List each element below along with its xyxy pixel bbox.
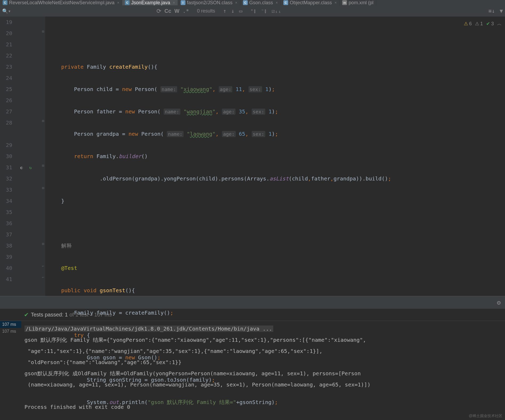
inspection-badges[interactable]: ⚠6 ⚠1 ✔3 ︿	[464, 18, 502, 29]
tab-label: Gson.class	[249, 0, 273, 5]
code-line: OldFamily oldFamily = gson.fromJson(gson…	[61, 419, 505, 420]
code-line: Gson gson = new Gson();	[61, 352, 505, 363]
tab-file-4[interactable]: C ObjectMapper.class ×	[281, 0, 340, 5]
watermark: @稀土掘金技术社区	[469, 414, 502, 418]
code-line: @Test	[61, 262, 505, 274]
tab-label: JsonExample.java	[131, 0, 170, 5]
fold-end-icon[interactable]: ⌐	[42, 275, 44, 279]
close-icon[interactable]: ×	[235, 1, 237, 5]
test-duration[interactable]: 107 ms	[0, 328, 21, 335]
code-line	[61, 218, 505, 229]
prev-match-icon[interactable]: ↑	[223, 8, 226, 14]
search-nav: ↑ ↓ ▭	[223, 8, 242, 14]
tab-file-1[interactable]: C JsonExample.java ×	[122, 0, 178, 5]
gutter-icons: ⊟ ⊟ ◐ ↻ ⊟ ⊟ ⊟ ⌐ ⌐	[19, 17, 45, 296]
chevron-up-icon[interactable]: ︿	[497, 18, 502, 29]
find-toolbar: 🔍▾ ⟳ Cc W .* 0 results ↑ ↓ ▭ ⁺⫿ ⁻⫿ ☑ᵢᵢ ≡…	[0, 5, 505, 17]
select-occurrences-icon[interactable]: ☑ᵢᵢ	[272, 8, 281, 14]
select-all-icon[interactable]: ▭	[239, 8, 242, 14]
fold-minus-icon[interactable]: ⊟	[42, 163, 44, 168]
code-content[interactable]: ⚠6 ⚠1 ✔3 ︿ private Family createFamily()…	[45, 17, 505, 296]
fold-minus-icon[interactable]: ⊟	[42, 29, 44, 34]
java-icon: C	[3, 0, 7, 5]
close-icon[interactable]: ×	[117, 1, 119, 5]
code-line: Person grandpa = new Person( name: "laow…	[61, 128, 505, 139]
test-pass-gutter-icon[interactable]: ↻	[29, 165, 32, 170]
tab-file-0[interactable]: C ReverseLocalWholeNetExistNewServiceImp…	[0, 0, 122, 5]
close-icon[interactable]: ×	[276, 1, 278, 5]
tab-label: ObjectMapper.class	[290, 0, 332, 5]
next-match-icon[interactable]: ↓	[231, 8, 234, 14]
editor-tabs-bar: C ReverseLocalWholeNetExistNewServiceImp…	[0, 0, 505, 5]
code-editor[interactable]: 19202122232425262728 2930313233343536373…	[0, 17, 505, 296]
search-result-count: 0 results	[197, 8, 215, 14]
class-icon: C	[243, 0, 248, 5]
refresh-icon[interactable]: ⟳	[156, 8, 161, 14]
search-options: ⟳ Cc W .*	[156, 8, 189, 14]
words-toggle[interactable]: W	[175, 8, 180, 14]
code-line: }	[61, 195, 505, 207]
search-actions: ⁺⫿ ⁻⫿ ☑ᵢᵢ	[250, 8, 281, 14]
code-line: return Family.builder()	[61, 151, 505, 162]
remove-selection-icon[interactable]: ⁻⫿	[261, 8, 267, 14]
test-duration[interactable]: 107 ms	[0, 321, 21, 328]
search-input-wrap: 🔍▾	[2, 8, 156, 14]
search-icon[interactable]: 🔍▾	[2, 8, 11, 14]
java-icon: C	[125, 0, 130, 5]
code-line	[61, 39, 505, 50]
code-line: private Family createFamily(){	[61, 61, 505, 72]
xml-icon: m	[342, 0, 347, 5]
code-line: 解释	[61, 240, 505, 251]
fold-minus-icon[interactable]: ⊟	[42, 119, 44, 123]
fold-end-icon[interactable]: ⌐	[42, 264, 44, 268]
tab-label: fastjson2/JSON.class	[187, 0, 233, 5]
search-right-controls: ≡↓ ▼	[489, 8, 503, 14]
match-case-toggle[interactable]: Cc	[164, 8, 171, 14]
fold-minus-icon[interactable]: ⊟	[42, 242, 44, 246]
add-selection-icon[interactable]: ⁺⫿	[250, 8, 256, 14]
code-line: Family family = createFamily();	[61, 307, 505, 318]
line-number-gutter: 19202122232425262728 2930313233343536373…	[0, 17, 19, 296]
class-icon: I	[181, 0, 185, 5]
code-line: public void gsonTest(){	[61, 285, 505, 296]
code-line: Person father = new Person( name: "wangj…	[61, 106, 505, 117]
weak-count: 1	[480, 18, 483, 29]
code-line: try {	[61, 330, 505, 341]
tab-label: ReverseLocalWholeNetExistNewServiceImpl.…	[9, 0, 114, 5]
settings-icon[interactable]: ≡↓	[489, 8, 495, 14]
typo-count: 3	[491, 18, 494, 29]
warning-icon: ⚠	[464, 18, 468, 29]
check-icon: ✔	[24, 311, 29, 318]
code-line: String gsonString = gson.toJson(family);	[61, 374, 505, 385]
code-line: System.out.println("gson 默认序列化 Family 结果…	[61, 397, 505, 408]
tab-file-5[interactable]: m pom.xml (pl	[340, 0, 376, 5]
tab-file-3[interactable]: C Gson.class ×	[240, 0, 281, 5]
regex-toggle[interactable]: .*	[183, 8, 189, 14]
tab-file-2[interactable]: I fastjson2/JSON.class ×	[178, 0, 240, 5]
class-icon: C	[283, 0, 288, 5]
run-gutter-icon[interactable]: ◐	[20, 165, 23, 170]
typo-icon: ✔	[486, 18, 490, 29]
close-icon[interactable]: ×	[173, 1, 175, 5]
close-icon[interactable]: ×	[334, 1, 337, 5]
filter-icon[interactable]: ▼	[500, 8, 503, 14]
weak-warning-icon: ⚠	[475, 18, 479, 29]
warning-count: 6	[469, 18, 472, 29]
fold-minus-icon[interactable]: ⊟	[42, 186, 44, 190]
tab-label: pom.xml (pl	[349, 0, 373, 5]
test-tree[interactable]: 107 ms 107 ms	[0, 321, 21, 415]
search-input[interactable]	[13, 8, 156, 14]
code-line: .oldPerson(grandpa).yongPerson(child).pe…	[61, 173, 505, 184]
code-line: Person child = new Person( name: "xiaowa…	[61, 84, 505, 95]
